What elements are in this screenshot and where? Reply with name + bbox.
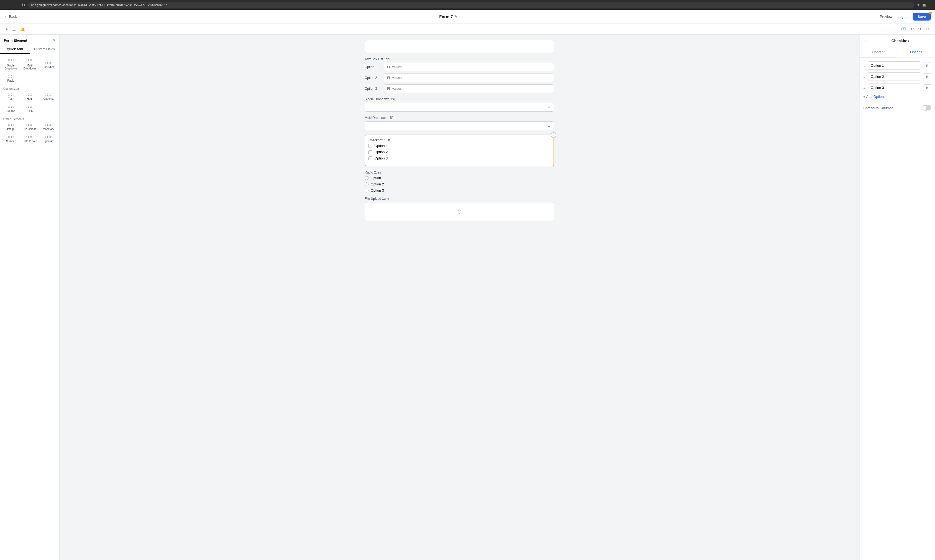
- panel-back-button[interactable]: ←: [864, 38, 868, 43]
- element-monetary[interactable]: Monetary: [40, 122, 57, 132]
- undo-icon[interactable]: ↶: [909, 26, 915, 33]
- delete-option-3-button[interactable]: 🗑: [923, 84, 931, 91]
- html-icon: [26, 94, 32, 96]
- signature-icon: [45, 136, 51, 138]
- table-row: Option 3: [365, 84, 554, 93]
- fill-input-2[interactable]: [384, 74, 554, 82]
- date-picker-icon: [26, 136, 32, 138]
- preview-button[interactable]: Preview: [880, 15, 892, 18]
- right-panel-header: ← Checkbox: [859, 35, 935, 47]
- option-input-2[interactable]: [868, 72, 921, 81]
- header-actions: Preview Integrate Save: [880, 13, 931, 20]
- settings-icon[interactable]: ⚙: [925, 26, 931, 33]
- customized-section-label: Customized: [2, 85, 57, 91]
- add-icon[interactable]: +: [4, 26, 9, 32]
- tab-quick-add[interactable]: Quick Add: [0, 45, 30, 54]
- single-dropdown-field: Single Dropdown 1sij ⌄: [365, 97, 554, 112]
- browser-forward[interactable]: →: [12, 2, 19, 8]
- option-input-1[interactable]: [868, 62, 921, 70]
- element-single-dropdown[interactable]: Single Dropdown: [2, 57, 20, 72]
- browser-back[interactable]: ←: [3, 2, 10, 8]
- history-icon[interactable]: 🕐: [900, 26, 907, 33]
- textbox-list: Option 1 Option 2 Option 3: [365, 63, 554, 93]
- fill-input-3[interactable]: [384, 84, 554, 93]
- tnc-icon: [26, 106, 32, 108]
- element-date-picker[interactable]: Date Picker: [21, 134, 39, 144]
- element-captcha[interactable]: Captcha: [40, 91, 57, 102]
- drag-handle-1[interactable]: ≡: [863, 63, 866, 68]
- element-source[interactable]: Source: [2, 103, 20, 114]
- checkbox-close-button[interactable]: ×: [551, 132, 556, 138]
- radio-icon: [8, 75, 14, 78]
- dropdown-chevron-icon: ⌄: [548, 105, 551, 109]
- delete-option-2-button[interactable]: 🗑: [923, 73, 931, 80]
- table-row: Option 2: [365, 74, 554, 82]
- toggle-thumb: [922, 106, 926, 110]
- delete-option-1-button[interactable]: 🗑: [923, 62, 931, 69]
- checkbox-box-2[interactable]: [369, 150, 372, 154]
- trash-icon-1: 🗑: [926, 64, 929, 68]
- redo-icon[interactable]: ↷: [917, 26, 923, 33]
- browser-refresh[interactable]: ↻: [20, 2, 26, 8]
- canvas-area: Text Box List 1gqu Option 1 Option 2 Opt…: [60, 35, 859, 560]
- option-input-3[interactable]: [868, 83, 921, 92]
- header-title: Form 7 ✎: [20, 14, 876, 19]
- back-button[interactable]: ← Back: [4, 15, 17, 18]
- right-panel: ← Checkbox Content Options ≡ 🗑 ≡ 🗑: [859, 35, 935, 560]
- element-file-upload[interactable]: File Upload: [21, 122, 39, 132]
- radio-circle-3[interactable]: [365, 189, 369, 192]
- grid-icon[interactable]: ☷: [11, 26, 17, 33]
- spread-to-columns-row: Spread to Columns: [863, 103, 931, 113]
- textbox-list-field: Text Box List 1gqu Option 1 Option 2 Opt…: [365, 57, 554, 93]
- sidebar-close-button[interactable]: ×: [53, 38, 56, 43]
- element-number[interactable]: Number: [2, 134, 20, 144]
- radio-label: Radio 2ces: [365, 171, 554, 174]
- tab-options[interactable]: Options: [897, 47, 935, 57]
- multi-dropdown-input[interactable]: ⌄: [365, 122, 554, 130]
- multi-dropdown-field: Multi Dropdown 152u ⌄: [365, 116, 554, 130]
- form-canvas: Text Box List 1gqu Option 1 Option 2 Opt…: [365, 40, 554, 221]
- drag-handle-2[interactable]: ≡: [863, 75, 866, 79]
- checkbox-label: Checkbox 1uaf: [369, 138, 550, 142]
- row-label-1: Option 1: [365, 65, 381, 69]
- multi-dropdown-chevron-icon: ⌄: [548, 124, 551, 128]
- other-elements-label: Other Elements: [2, 116, 57, 122]
- save-button[interactable]: Save: [913, 13, 931, 20]
- sidebar-header: Form Element ×: [0, 35, 59, 45]
- checkbox-box-3[interactable]: [369, 157, 372, 160]
- element-radio[interactable]: Radio: [2, 73, 20, 84]
- element-multi-dropdown[interactable]: Multi Dropdown: [21, 57, 39, 72]
- element-signature[interactable]: Signature: [40, 134, 57, 144]
- image-icon: [8, 124, 14, 126]
- checkbox-option-2: Option 2: [369, 150, 550, 154]
- integrate-button[interactable]: Integrate: [895, 15, 909, 18]
- fill-input-1[interactable]: [384, 63, 554, 71]
- element-text[interactable]: Text: [2, 91, 20, 102]
- element-html[interactable]: Html: [21, 91, 39, 102]
- file-upload-box[interactable]: ⇧: [365, 202, 554, 221]
- radio-circle-2[interactable]: [365, 182, 369, 186]
- drag-handle-3[interactable]: ≡: [863, 86, 866, 90]
- save-notification-badge: [929, 12, 932, 14]
- spread-toggle[interactable]: [921, 105, 931, 111]
- element-image[interactable]: Image: [2, 122, 20, 132]
- top-text-input[interactable]: [365, 40, 554, 53]
- tab-content[interactable]: Content: [859, 47, 897, 57]
- textbox-list-label: Text Box List 1gqu: [365, 57, 554, 61]
- panel-title: Checkbox: [870, 38, 931, 43]
- element-tnc[interactable]: T & C: [21, 103, 39, 114]
- single-dropdown-input[interactable]: ⌄: [365, 103, 554, 112]
- left-sidebar: Form Element × Quick Add Custom Fields S…: [0, 35, 60, 560]
- checkbox-option-3: Option 3: [369, 156, 550, 160]
- checkbox-box-1[interactable]: [369, 144, 372, 148]
- bell-icon[interactable]: 🔔: [19, 26, 26, 33]
- edit-pencil-icon[interactable]: ✎: [454, 15, 457, 18]
- tab-custom-fields[interactable]: Custom Fields: [30, 45, 60, 54]
- toolbar-right: 🕐 ↶ ↷ ⚙: [900, 26, 931, 33]
- radio-circle-1[interactable]: [365, 176, 369, 180]
- option-row-3: ≡ 🗑: [863, 83, 931, 92]
- element-checkbox[interactable]: Checkbox: [40, 57, 57, 72]
- add-option-button[interactable]: + Add Option: [863, 95, 884, 98]
- checkbox-icon: [45, 60, 51, 64]
- upload-icon: ⇧: [457, 208, 462, 215]
